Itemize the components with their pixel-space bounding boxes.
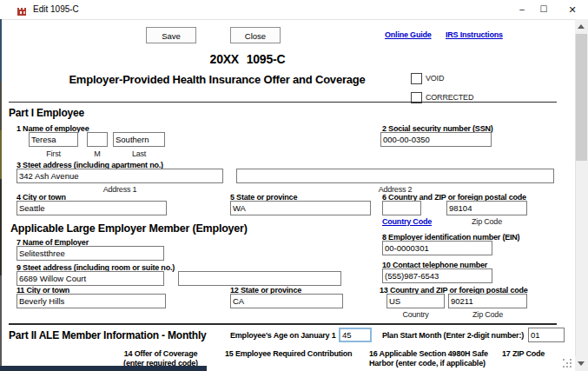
employee-state-input[interactable] (230, 201, 371, 215)
employee-address2-input[interactable] (236, 169, 554, 183)
save-button[interactable]: Save (146, 27, 196, 43)
employer-zip-caption: Zip Code (448, 310, 527, 319)
close-button[interactable]: Close (230, 27, 281, 43)
col15-label: 15 Employee Required Contribution (225, 349, 352, 358)
corrected-label: CORRECTED (426, 93, 473, 102)
employer-address2-input[interactable] (178, 271, 341, 286)
last-caption: Last (113, 149, 165, 158)
minimize-icon[interactable]: – (511, 0, 533, 19)
country-code-link[interactable]: Country Code (379, 217, 435, 226)
divider (9, 102, 557, 103)
middle-caption: M (87, 149, 108, 158)
employee-address1-input[interactable] (17, 169, 223, 183)
form-subtitle: Employer-Provided Health Insurance Offer… (35, 73, 400, 86)
online-guide-link[interactable]: Online Guide (385, 30, 432, 39)
last-name-input[interactable] (113, 132, 165, 147)
employee-zip-caption: Zip Code (446, 217, 527, 226)
ssn-input[interactable] (380, 132, 492, 147)
void-label: VOID (426, 74, 444, 83)
scrollbar-thumb[interactable] (576, 34, 587, 161)
first-name-input[interactable] (29, 132, 78, 147)
void-checkbox[interactable] (411, 73, 422, 84)
employer-city-input[interactable] (17, 294, 166, 308)
employer-address1-input[interactable] (17, 271, 164, 286)
age-label: Employee's Age on January 1 (230, 331, 335, 340)
form-title: 20XX 1095-C (139, 52, 356, 66)
plan-start-month-label: Plan Start Month (Enter 2-digit number:) (382, 331, 524, 340)
scroll-down-icon[interactable] (575, 356, 587, 371)
col16-label-line1: 16 Applicable Section 4980H Safe (369, 349, 488, 358)
employer-name-input[interactable] (17, 246, 164, 261)
irs-instructions-link[interactable]: IRS Instructions (446, 30, 503, 39)
employer-heading: Applicable Large Employer Member (Employ… (10, 222, 248, 235)
part1-heading: Part I Employee (9, 107, 84, 119)
title-bar: Edit 1095-C – ☐ ✕ (0, 0, 588, 20)
close-icon[interactable]: ✕ (559, 0, 585, 19)
maximize-icon[interactable]: ☐ (532, 0, 555, 19)
first-caption: First (29, 149, 78, 158)
window-title: Edit 1095-C (33, 4, 79, 14)
employer-country-caption: Country (386, 310, 445, 319)
divider (9, 323, 557, 325)
middle-initial-input[interactable] (87, 132, 108, 147)
background-window-strip (0, 366, 207, 371)
background-window-edge (0, 19, 2, 366)
col14-label-line1: 14 Offer of Coverage (113, 349, 208, 358)
employee-country-input[interactable] (382, 201, 421, 215)
scroll-up-icon[interactable] (575, 19, 587, 34)
plan-start-month-input[interactable] (528, 328, 565, 342)
resize-grip-icon[interactable] (563, 359, 571, 368)
ein-input[interactable] (382, 241, 492, 255)
phone-input[interactable] (382, 268, 492, 283)
employer-zip-input[interactable] (448, 294, 527, 308)
employee-city-input[interactable] (17, 201, 167, 215)
col17-label: 17 ZIP Code (502, 349, 545, 358)
employer-state-input[interactable] (230, 294, 343, 308)
employer-country-input[interactable] (386, 294, 445, 308)
edit-1095c-window: Edit 1095-C – ☐ ✕ Save Close Online Guid… (0, 0, 588, 371)
age-input[interactable] (339, 328, 372, 342)
app-icon (17, 4, 28, 20)
part2-heading: Part II ALE Member Information - Monthly (9, 329, 207, 341)
employee-zip-input[interactable] (446, 201, 527, 215)
col16-label-line2: Harbor (enter code, if applicable) (369, 359, 486, 368)
